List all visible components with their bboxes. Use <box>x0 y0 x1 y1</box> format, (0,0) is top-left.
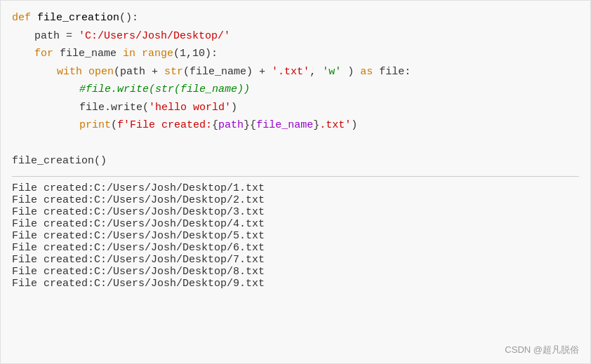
output-line-7: File created:C:/Users/Josh/Desktop/7.txt <box>12 254 579 266</box>
code-line-blank <box>12 135 579 153</box>
output-line-8: File created:C:/Users/Josh/Desktop/8.txt <box>12 266 579 278</box>
output-line-3: File created:C:/Users/Josh/Desktop/3.txt <box>12 206 579 218</box>
output-line-5: File created:C:/Users/Josh/Desktop/5.txt <box>12 230 579 242</box>
output-line-1: File created:C:/Users/Josh/Desktop/1.txt <box>12 182 579 194</box>
watermark: CSDN @超凡脱俗 <box>505 344 579 356</box>
code-line-9: file_creation() <box>12 152 579 170</box>
output-line-6: File created:C:/Users/Josh/Desktop/6.txt <box>12 242 579 254</box>
code-line-1: def file_creation(): <box>12 9 579 27</box>
divider <box>12 176 579 177</box>
code-line-2: path = 'C:/Users/Josh/Desktop/' <box>12 27 579 46</box>
output-line-4: File created:C:/Users/Josh/Desktop/4.txt <box>12 218 579 230</box>
output-line-9: File created:C:/Users/Josh/Desktop/9.txt <box>12 278 579 290</box>
code-line-5: #file.write(str(file_name)) <box>12 81 579 99</box>
code-editor: def file_creation(): path = 'C:/Users/Jo… <box>0 0 591 364</box>
code-line-7: print(f'File created:{path}{file_name}.t… <box>12 116 579 135</box>
code-line-6: file.write('hello world') <box>12 99 579 117</box>
output-line-2: File created:C:/Users/Josh/Desktop/2.txt <box>12 194 579 206</box>
code-block: def file_creation(): path = 'C:/Users/Jo… <box>12 9 579 170</box>
code-line-3: for file_name in range(1,10): <box>12 45 579 63</box>
output-block: File created:C:/Users/Josh/Desktop/1.txt… <box>12 182 579 290</box>
code-line-4: with open(path + str(file_name) + '.txt'… <box>12 63 579 81</box>
